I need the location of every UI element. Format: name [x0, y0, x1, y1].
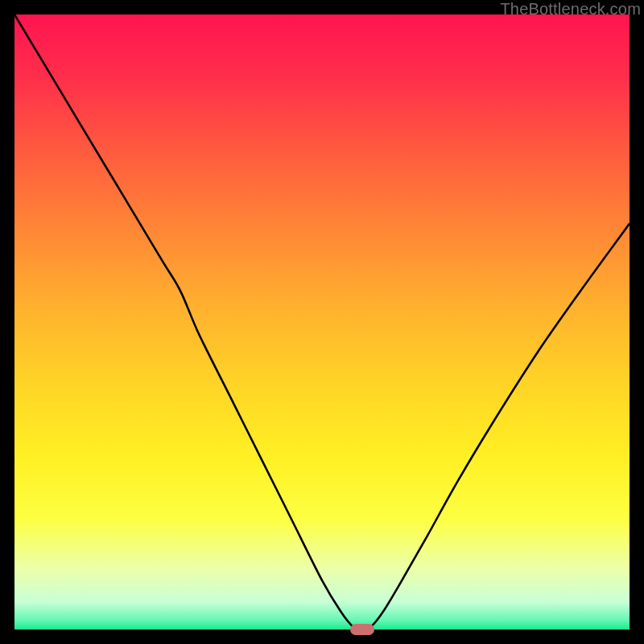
bottleneck-curve: [14, 14, 630, 630]
attribution-text: TheBottleneck.com: [500, 0, 641, 19]
plot-area: [14, 14, 630, 630]
curve-layer: [14, 14, 630, 630]
chart-container: TheBottleneck.com: [0, 0, 644, 644]
minimum-marker: [350, 624, 374, 635]
